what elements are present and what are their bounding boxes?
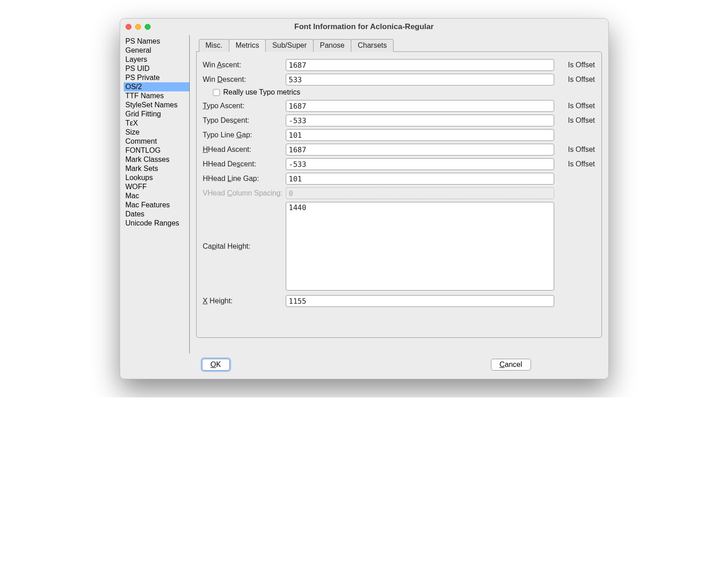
hhead-descent-label: HHead Descent: bbox=[203, 160, 286, 168]
typo-descent-input[interactable] bbox=[286, 115, 554, 126]
dialog-footer: OK Cancel bbox=[120, 353, 608, 379]
capital-height-label: Capital Height: bbox=[203, 242, 286, 251]
sidebar-item-size[interactable]: Size bbox=[124, 128, 189, 137]
sidebar-item-unicode-ranges[interactable]: Unicode Ranges bbox=[124, 219, 189, 228]
win-ascent-label: Win Ascent: bbox=[203, 61, 286, 69]
titlebar: Font Information for Aclonica-Regular bbox=[120, 19, 608, 35]
metrics-panel: Win Ascent: Is Offset Win Descent: Is Of… bbox=[196, 51, 602, 338]
vhead-col-spacing-input bbox=[286, 187, 554, 199]
font-info-window: Font Information for Aclonica-Regular PS… bbox=[120, 18, 609, 379]
typo-ascent-offset[interactable]: Is Offset bbox=[554, 102, 595, 110]
win-descent-offset[interactable]: Is Offset bbox=[554, 75, 595, 84]
sidebar-item-mac-features[interactable]: Mac Features bbox=[124, 201, 189, 210]
cancel-button[interactable]: Cancel bbox=[491, 359, 531, 371]
tab-misc-[interactable]: Misc. bbox=[199, 39, 229, 52]
tab-charsets[interactable]: Charsets bbox=[351, 39, 394, 52]
sidebar-item-ttf-names[interactable]: TTF Names bbox=[124, 91, 189, 100]
x-height-input[interactable] bbox=[286, 295, 554, 307]
tabs: Misc.MetricsSub/SuperPanoseCharsets bbox=[199, 39, 602, 51]
sidebar-item-ps-private[interactable]: PS Private bbox=[124, 73, 189, 82]
zoom-icon[interactable] bbox=[145, 24, 151, 30]
sidebar-item-styleset-names[interactable]: StyleSet Names bbox=[124, 100, 189, 110]
win-descent-label: Win Descent: bbox=[203, 75, 286, 84]
sidebar-item-grid-fitting[interactable]: Grid Fitting bbox=[124, 110, 189, 119]
main-panel: Misc.MetricsSub/SuperPanoseCharsets Win … bbox=[190, 35, 608, 353]
sidebar-item-ps-uid[interactable]: PS UID bbox=[124, 64, 189, 73]
typo-ascent-label: Typo Ascent: bbox=[203, 102, 286, 110]
x-height-label: X Height: bbox=[203, 297, 286, 305]
tab-sub-super[interactable]: Sub/Super bbox=[265, 39, 313, 52]
sidebar-item-t-x[interactable]: TεX bbox=[124, 119, 189, 128]
typo-line-gap-label: Typo Line Gap: bbox=[203, 131, 286, 139]
sidebar-item-os-2[interactable]: OS/2 bbox=[124, 82, 189, 91]
hhead-ascent-input[interactable] bbox=[286, 144, 554, 156]
sidebar-item-layers[interactable]: Layers bbox=[124, 55, 189, 64]
hhead-descent-input[interactable] bbox=[286, 158, 554, 170]
win-ascent-input[interactable] bbox=[286, 59, 554, 71]
win-descent-input[interactable] bbox=[286, 74, 554, 85]
sidebar-item-ps-names[interactable]: PS Names bbox=[124, 37, 189, 46]
hhead-ascent-label: HHead Ascent: bbox=[203, 146, 286, 154]
tab-panose[interactable]: Panose bbox=[313, 39, 351, 52]
typo-descent-label: Typo Descent: bbox=[203, 116, 286, 125]
sidebar-item-mark-sets[interactable]: Mark Sets bbox=[124, 164, 189, 173]
hhead-ascent-offset[interactable]: Is Offset bbox=[554, 146, 595, 154]
capital-height-input[interactable]: 1440 bbox=[286, 202, 554, 291]
close-icon[interactable] bbox=[126, 24, 131, 30]
win-ascent-offset[interactable]: Is Offset bbox=[554, 61, 595, 69]
really-use-typo-label: Really use Typo metrics bbox=[223, 88, 301, 96]
hhead-descent-offset[interactable]: Is Offset bbox=[554, 160, 595, 168]
hhead-line-gap-label: HHead Line Gap: bbox=[203, 175, 286, 183]
hhead-line-gap-input[interactable] bbox=[286, 173, 554, 185]
sidebar-item-comment[interactable]: Comment bbox=[124, 137, 189, 146]
window-title: Font Information for Aclonica-Regular bbox=[126, 22, 603, 31]
typo-ascent-input[interactable] bbox=[286, 100, 554, 112]
window-controls bbox=[126, 24, 151, 30]
typo-line-gap-input[interactable] bbox=[286, 129, 554, 141]
ok-button[interactable]: OK bbox=[202, 359, 230, 371]
sidebar-item-woff[interactable]: WOFF bbox=[124, 182, 189, 191]
sidebar-item-mac[interactable]: Mac bbox=[124, 191, 189, 201]
really-use-typo-checkbox[interactable] bbox=[213, 89, 220, 96]
sidebar-item-dates[interactable]: Dates bbox=[124, 210, 189, 219]
minimize-icon[interactable] bbox=[135, 24, 141, 30]
typo-descent-offset[interactable]: Is Offset bbox=[554, 116, 595, 125]
tab-metrics[interactable]: Metrics bbox=[229, 39, 266, 52]
sidebar-item-fontlog[interactable]: FONTLOG bbox=[124, 146, 189, 155]
sidebar-item-mark-classes[interactable]: Mark Classes bbox=[124, 155, 189, 164]
vhead-col-spacing-label: VHead Column Spacing: bbox=[203, 189, 286, 197]
sidebar-item-general[interactable]: General bbox=[124, 46, 189, 55]
sidebar-item-lookups[interactable]: Lookups bbox=[124, 173, 189, 182]
category-sidebar: PS NamesGeneralLayersPS UIDPS PrivateOS/… bbox=[120, 35, 190, 353]
